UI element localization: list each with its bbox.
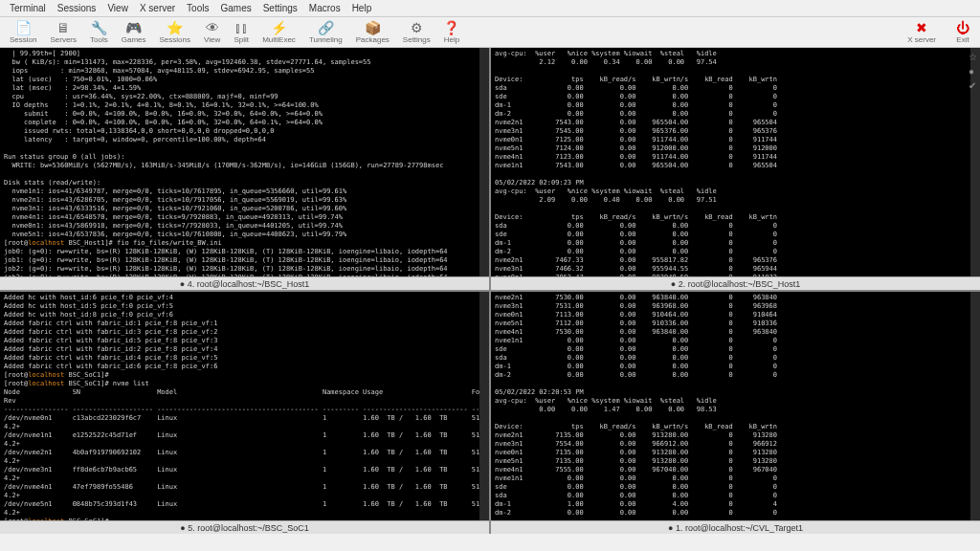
toolbar: 📄Session 🖥Servers 🔧Tools 🎮Games ⭐Session…: [0, 17, 980, 48]
split-icon: ⫿⫿: [234, 20, 249, 35]
help-icon: ❓: [444, 20, 459, 35]
servers-icon: 🖥: [56, 20, 71, 35]
tool-split[interactable]: ⫿⫿Split: [228, 18, 255, 46]
terminal-pane-bottom-right[interactable]: nvme2n1 7530.00 0.00 963840.00 0 963840 …: [491, 292, 980, 534]
tool-xserver[interactable]: ✖X server: [902, 18, 942, 46]
tools-icon: 🔧: [91, 20, 106, 35]
menu-sessions[interactable]: Sessions: [52, 3, 102, 13]
dot-icon[interactable]: ●: [969, 66, 978, 77]
menu-settings[interactable]: Settings: [257, 3, 303, 13]
games-icon: 🎮: [126, 20, 142, 35]
check-icon[interactable]: ✔: [969, 80, 978, 91]
scrollbar[interactable]: [970, 292, 980, 520]
tool-session[interactable]: 📄Session: [4, 18, 42, 46]
packages-icon: 📦: [365, 20, 380, 35]
tool-packages[interactable]: 📦Packages: [350, 18, 395, 46]
menu-terminal[interactable]: Terminal: [4, 3, 52, 13]
tunneling-icon: 🔗: [318, 20, 333, 35]
right-sidebar-icons: ☆ ● ✔: [967, 48, 980, 95]
tool-exit[interactable]: ⏻Exit: [949, 18, 976, 46]
tool-sessions[interactable]: ⭐Sessions: [154, 18, 196, 46]
tool-help[interactable]: ❓Help: [438, 18, 465, 46]
tool-settings[interactable]: ⚙Settings: [397, 18, 436, 46]
terminal-tab-1[interactable]: ● 4. root@localhost:~/BSC_Host1: [0, 276, 489, 290]
terminal-tab-4[interactable]: ● 1. root@localhost:~/CVL_Target1: [491, 520, 980, 534]
terminal-output-3[interactable]: Added hc with host_id:6 pcie_f:0 pcie_vf…: [0, 292, 489, 520]
terminal-tab-2[interactable]: ● 2. root@localhost:~/BSC_Host1: [491, 276, 980, 290]
menu-tools[interactable]: Tools: [181, 3, 214, 13]
menu-help[interactable]: Help: [346, 3, 378, 13]
quad-split-container: | 99.99th=[ 2900] bw ( KiB/s): min=13147…: [0, 48, 980, 534]
menu-xserver[interactable]: X server: [134, 3, 181, 13]
tool-games[interactable]: 🎮Games: [116, 18, 152, 46]
scrollbar[interactable]: [479, 292, 489, 520]
terminal-pane-top-left[interactable]: | 99.99th=[ 2900] bw ( KiB/s): min=13147…: [0, 48, 489, 290]
sessions-icon: ⭐: [167, 20, 183, 35]
menu-games[interactable]: Games: [214, 3, 256, 13]
terminal-output-4[interactable]: nvme2n1 7530.00 0.00 963840.00 0 963840 …: [491, 292, 980, 520]
tool-servers[interactable]: 🖥Servers: [44, 18, 82, 46]
session-icon: 📄: [15, 20, 31, 35]
settings-icon: ⚙: [409, 20, 424, 35]
xserver-icon: ✖: [914, 20, 929, 35]
scrollbar[interactable]: [479, 48, 489, 276]
exit-icon: ⏻: [955, 20, 970, 35]
terminal-pane-top-right[interactable]: avg-cpu: %user %nice %system %iowait %st…: [491, 48, 980, 290]
terminal-output-2[interactable]: avg-cpu: %user %nice %system %iowait %st…: [491, 48, 980, 276]
tool-tools[interactable]: 🔧Tools: [84, 18, 114, 46]
menu-view[interactable]: View: [101, 3, 134, 13]
tool-view[interactable]: 👁View: [198, 18, 226, 46]
multiexec-icon: ⚡: [272, 20, 287, 35]
tool-tunneling[interactable]: 🔗Tunneling: [303, 18, 348, 46]
terminal-tab-3[interactable]: ● 5. root@localhost:~/BSC_SoC1: [0, 520, 489, 534]
terminal-pane-bottom-left[interactable]: Added hc with host_id:6 pcie_f:0 pcie_vf…: [0, 292, 489, 534]
menu-bar: Terminal Sessions View X server Tools Ga…: [0, 0, 980, 17]
view-icon: 👁: [205, 20, 220, 35]
menu-macros[interactable]: Macros: [303, 3, 346, 13]
terminal-output-1[interactable]: | 99.99th=[ 2900] bw ( KiB/s): min=13147…: [0, 48, 489, 276]
star-icon[interactable]: ☆: [969, 52, 978, 62]
tool-multiexec[interactable]: ⚡MultiExec: [256, 18, 301, 46]
